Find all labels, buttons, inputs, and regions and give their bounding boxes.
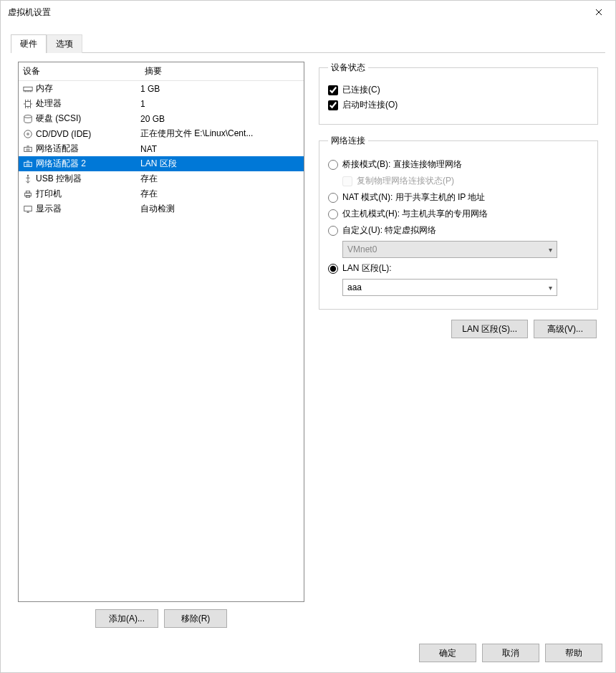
device-name: USB 控制器 <box>34 173 140 185</box>
device-name: 网络适配器 2 <box>34 158 140 170</box>
device-status-legend: 设备状态 <box>328 62 368 74</box>
device-name: 硬盘 (SCSI) <box>34 113 140 125</box>
table-row[interactable]: 显示器自动检测 <box>19 201 304 216</box>
footer-buttons: 确定 取消 帮助 <box>1 636 615 672</box>
net-icon <box>21 159 34 169</box>
custom-label: 自定义(U): 特定虚拟网络 <box>342 224 436 237</box>
titlebar: 虚拟机设置 <box>1 1 615 24</box>
printer-icon <box>21 189 34 199</box>
bridged-label: 桥接模式(B): 直接连接物理网络 <box>342 158 462 171</box>
connect-at-poweron-row[interactable]: 启动时连接(O) <box>328 99 589 111</box>
content-area: 设备 摘要 内存1 GB处理器1硬盘 (SCSI)20 GBCD/DVD (ID… <box>11 52 605 636</box>
left-pane: 设备 摘要 内存1 GB处理器1硬盘 (SCSI)20 GBCD/DVD (ID… <box>18 62 304 629</box>
memory-icon <box>21 84 34 94</box>
tab-hardware[interactable]: 硬件 <box>11 34 47 53</box>
device-summary: 正在使用文件 E:\Linux\Cent... <box>140 128 304 140</box>
network-conn-legend: 网络连接 <box>328 135 368 147</box>
device-table-header: 设备 摘要 <box>19 62 304 81</box>
device-summary: 20 GB <box>140 114 304 124</box>
lan-label: LAN 区段(L): <box>342 262 392 275</box>
advanced-button[interactable]: 高级(V)... <box>534 320 597 338</box>
device-name: 内存 <box>34 82 140 95</box>
device-status-group: 设备状态 已连接(C) 启动时连接(O) <box>319 62 598 125</box>
display-icon <box>21 204 34 214</box>
table-row[interactable]: 网络适配器NAT <box>19 141 304 156</box>
hostonly-label: 仅主机模式(H): 与主机共享的专用网络 <box>342 208 488 220</box>
network-conn-group: 网络连接 桥接模式(B): 直接连接物理网络 复制物理网络连接状态(P) NAT… <box>319 135 598 310</box>
hostonly-radio-row[interactable]: 仅主机模式(H): 与主机共享的专用网络 <box>328 208 589 220</box>
device-table: 设备 摘要 内存1 GB处理器1硬盘 (SCSI)20 GBCD/DVD (ID… <box>18 62 304 602</box>
nat-radio[interactable] <box>328 193 338 203</box>
bridged-radio-row[interactable]: 桥接模式(B): 直接连接物理网络 <box>328 158 589 171</box>
col-header-device[interactable]: 设备 <box>19 62 140 81</box>
replicate-label: 复制物理网络连接状态(P) <box>357 175 454 187</box>
connect-at-poweron-checkbox[interactable] <box>328 100 338 110</box>
replicate-check-row: 复制物理网络连接状态(P) <box>342 175 589 187</box>
custom-radio[interactable] <box>328 226 338 236</box>
device-table-body: 内存1 GB处理器1硬盘 (SCSI)20 GBCD/DVD (IDE)正在使用… <box>19 81 304 216</box>
disk-icon <box>21 114 34 124</box>
close-button[interactable] <box>582 1 615 24</box>
custom-vmnet-value: VMnet0 <box>347 244 377 254</box>
table-row[interactable]: 处理器1 <box>19 96 304 111</box>
connect-at-poweron-label: 启动时连接(O) <box>342 99 398 111</box>
device-name: 网络适配器 <box>34 143 140 155</box>
connected-check-row[interactable]: 已连接(C) <box>328 84 589 96</box>
lan-segments-button[interactable]: LAN 区段(S)... <box>451 320 528 338</box>
chevron-down-icon: ▾ <box>549 246 552 254</box>
device-summary: 1 <box>140 99 304 109</box>
table-row[interactable]: 硬盘 (SCSI)20 GB <box>19 111 304 126</box>
device-summary: 1 GB <box>140 84 304 94</box>
cpu-icon <box>21 99 34 109</box>
close-icon <box>595 9 602 16</box>
device-name: 显示器 <box>34 203 140 215</box>
cd-icon <box>21 129 34 139</box>
lan-segment-select[interactable]: aaa ▾ <box>342 279 557 296</box>
usb-icon <box>21 174 34 184</box>
device-name: 打印机 <box>34 188 140 200</box>
lan-radio-row[interactable]: LAN 区段(L): <box>328 262 589 275</box>
device-summary: NAT <box>140 144 304 154</box>
nat-label: NAT 模式(N): 用于共享主机的 IP 地址 <box>342 191 485 204</box>
connected-label: 已连接(C) <box>342 84 380 96</box>
right-button-row: LAN 区段(S)... 高级(V)... <box>319 320 598 338</box>
table-row[interactable]: 内存1 GB <box>19 81 304 96</box>
help-button[interactable]: 帮助 <box>545 644 602 662</box>
device-name: CD/DVD (IDE) <box>34 129 140 139</box>
window-title: 虚拟机设置 <box>8 6 582 19</box>
replicate-checkbox <box>342 176 352 186</box>
cancel-button[interactable]: 取消 <box>482 644 539 662</box>
tab-options[interactable]: 选项 <box>47 34 82 53</box>
net-icon <box>21 144 34 154</box>
lan-segment-value: aaa <box>347 282 362 292</box>
table-row[interactable]: CD/DVD (IDE)正在使用文件 E:\Linux\Cent... <box>19 126 304 141</box>
chevron-down-icon: ▾ <box>549 284 552 292</box>
table-row[interactable]: 打印机存在 <box>19 186 304 201</box>
lan-radio[interactable] <box>328 264 338 274</box>
col-header-summary[interactable]: 摘要 <box>140 62 304 81</box>
table-row[interactable]: 网络适配器 2LAN 区段 <box>19 156 304 171</box>
remove-device-button[interactable]: 移除(R) <box>164 609 227 628</box>
tab-strip: 硬件 选项 <box>1 24 615 52</box>
table-row[interactable]: USB 控制器存在 <box>19 171 304 186</box>
device-summary: 自动检测 <box>140 203 304 215</box>
hostonly-radio[interactable] <box>328 209 338 219</box>
custom-radio-row[interactable]: 自定义(U): 特定虚拟网络 <box>328 224 589 237</box>
device-name: 处理器 <box>34 97 140 110</box>
device-button-row: 添加(A)... 移除(R) <box>18 602 304 629</box>
nat-radio-row[interactable]: NAT 模式(N): 用于共享主机的 IP 地址 <box>328 191 589 204</box>
connected-checkbox[interactable] <box>328 85 338 95</box>
vm-settings-window: 虚拟机设置 硬件 选项 设备 摘要 内存1 GB处理器1硬盘 (SCSI)20 … <box>0 0 616 673</box>
right-pane: 设备状态 已连接(C) 启动时连接(O) 网络连接 桥接模式(B): 直接连接物… <box>319 62 598 629</box>
ok-button[interactable]: 确定 <box>419 644 476 662</box>
device-summary: 存在 <box>140 188 304 200</box>
device-summary: 存在 <box>140 173 304 185</box>
device-summary: LAN 区段 <box>140 158 304 170</box>
add-device-button[interactable]: 添加(A)... <box>95 609 158 628</box>
bridged-radio[interactable] <box>328 160 338 170</box>
custom-vmnet-select: VMnet0 ▾ <box>342 241 557 258</box>
